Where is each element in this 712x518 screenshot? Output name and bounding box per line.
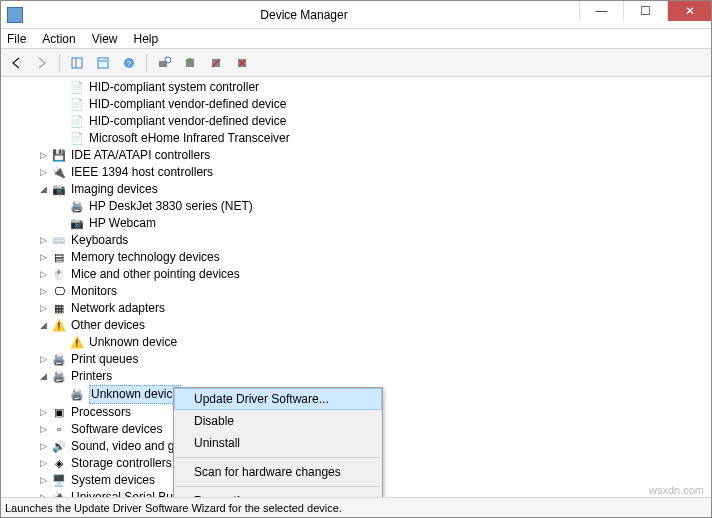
usb-icon: 🔌 (51, 491, 67, 498)
expand-icon[interactable]: ▷ (37, 147, 49, 164)
tree-item[interactable]: ⚠️Unknown device (19, 334, 711, 351)
imaging-icon: 📷 (51, 183, 67, 197)
tree-item[interactable]: 📄Microsoft eHome Infrared Transceiver (19, 130, 711, 147)
expand-icon[interactable]: ▷ (37, 404, 49, 421)
context-scan-hardware[interactable]: Scan for hardware changes (174, 461, 382, 483)
expand-icon[interactable]: ▷ (37, 249, 49, 266)
tree-item[interactable]: ▷💾IDE ATA/ATAPI controllers (19, 147, 711, 164)
toolbar-separator (59, 54, 60, 72)
processor-icon: ▣ (51, 406, 67, 420)
context-separator (176, 457, 380, 458)
tree-item[interactable]: ▷▤Memory technology devices (19, 249, 711, 266)
scan-hardware-button[interactable] (153, 52, 175, 74)
controller-icon: 💾 (51, 149, 67, 163)
tree-item[interactable]: 📄HID-compliant system controller (19, 79, 711, 96)
menu-help[interactable]: Help (134, 32, 159, 46)
expand-icon[interactable]: ▷ (37, 232, 49, 249)
storage-icon: ◈ (51, 457, 67, 471)
tree-item[interactable]: ▷▦Network adapters (19, 300, 711, 317)
expand-icon[interactable]: ▷ (37, 438, 49, 455)
hid-icon: 📄 (69, 115, 85, 129)
expand-icon[interactable]: ▷ (37, 283, 49, 300)
menubar: File Action View Help (1, 29, 711, 49)
network-icon: ▦ (51, 302, 67, 316)
tree-item[interactable]: ◢⚠️Other devices (19, 317, 711, 334)
context-menu: Update Driver Software... Disable Uninst… (173, 387, 383, 497)
toolbar-separator (146, 54, 147, 72)
expand-icon[interactable]: ▷ (37, 300, 49, 317)
disable-button[interactable] (205, 52, 227, 74)
expand-icon[interactable]: ▷ (37, 421, 49, 438)
tree-item[interactable]: ▷🖵Monitors (19, 283, 711, 300)
printers-icon: 🖨️ (51, 370, 67, 384)
context-uninstall[interactable]: Uninstall (174, 432, 382, 454)
sound-icon: 🔊 (51, 440, 67, 454)
keyboard-icon: ⌨️ (51, 234, 67, 248)
context-update-driver[interactable]: Update Driver Software... (174, 388, 382, 410)
context-properties[interactable]: Properties (174, 490, 382, 497)
svg-rect-2 (98, 58, 108, 68)
printer-icon: 🖨️ (69, 200, 85, 214)
maximize-button[interactable]: ☐ (623, 1, 667, 21)
tree-item[interactable]: 🖨️HP DeskJet 3830 series (NET) (19, 198, 711, 215)
tree-item[interactable]: ◢🖨️Printers (19, 368, 711, 385)
expand-icon[interactable]: ▷ (37, 351, 49, 368)
update-driver-button[interactable] (179, 52, 201, 74)
tree-item[interactable]: 📄HID-compliant vendor-defined device (19, 96, 711, 113)
context-disable[interactable]: Disable (174, 410, 382, 432)
properties-button[interactable] (92, 52, 114, 74)
menu-view[interactable]: View (92, 32, 118, 46)
forward-button[interactable] (31, 52, 53, 74)
tree-item[interactable]: ▷🔌IEEE 1394 host controllers (19, 164, 711, 181)
software-icon: ▫ (51, 423, 67, 437)
hid-icon: 📄 (69, 98, 85, 112)
statusbar: Launches the Update Driver Software Wiza… (1, 497, 711, 517)
mouse-icon: 🖱️ (51, 268, 67, 282)
unknown-device-icon: 🖨️ (69, 388, 85, 402)
window-title: Device Manager (29, 8, 579, 22)
back-button[interactable] (5, 52, 27, 74)
collapse-icon[interactable]: ◢ (37, 368, 49, 385)
show-hide-console-button[interactable] (66, 52, 88, 74)
expand-icon[interactable]: ▷ (37, 472, 49, 489)
print-queue-icon: 🖨️ (51, 353, 67, 367)
context-separator (176, 486, 380, 487)
hid-icon: 📄 (69, 81, 85, 95)
uninstall-button[interactable] (231, 52, 253, 74)
hid-icon: 📄 (69, 132, 85, 146)
close-button[interactable]: ✕ (667, 1, 711, 21)
help-button[interactable]: ? (118, 52, 140, 74)
collapse-icon[interactable]: ◢ (37, 317, 49, 334)
expand-icon[interactable]: ▷ (37, 164, 49, 181)
webcam-icon: 📷 (69, 217, 85, 231)
menu-action[interactable]: Action (42, 32, 75, 46)
tree-item[interactable]: ◢📷Imaging devices (19, 181, 711, 198)
status-text: Launches the Update Driver Software Wiza… (5, 502, 342, 514)
svg-point-7 (165, 57, 171, 63)
caption-buttons: — ☐ ✕ (579, 1, 711, 28)
memory-icon: ▤ (51, 251, 67, 265)
controller-icon: 🔌 (51, 166, 67, 180)
titlebar: Device Manager — ☐ ✕ (1, 1, 711, 29)
svg-text:?: ? (127, 59, 132, 68)
unknown-device-icon: ⚠️ (69, 336, 85, 350)
watermark: wsxdn.com (649, 484, 704, 496)
device-manager-window: Device Manager — ☐ ✕ File Action View He… (0, 0, 712, 518)
app-icon (7, 7, 23, 23)
menu-file[interactable]: File (7, 32, 26, 46)
other-devices-icon: ⚠️ (51, 319, 67, 333)
monitor-icon: 🖵 (51, 285, 67, 299)
tree-item[interactable]: ▷⌨️Keyboards (19, 232, 711, 249)
device-tree[interactable]: 📄HID-compliant system controller 📄HID-co… (1, 77, 711, 497)
minimize-button[interactable]: — (579, 1, 623, 21)
expand-icon[interactable]: ▷ (37, 266, 49, 283)
tree-item[interactable]: 📷HP Webcam (19, 215, 711, 232)
toolbar: ? (1, 49, 711, 77)
expand-icon[interactable]: ▷ (37, 489, 49, 497)
system-icon: 🖥️ (51, 474, 67, 488)
collapse-icon[interactable]: ◢ (37, 181, 49, 198)
tree-item[interactable]: 📄HID-compliant vendor-defined device (19, 113, 711, 130)
tree-item[interactable]: ▷🖨️Print queues (19, 351, 711, 368)
expand-icon[interactable]: ▷ (37, 455, 49, 472)
tree-item[interactable]: ▷🖱️Mice and other pointing devices (19, 266, 711, 283)
